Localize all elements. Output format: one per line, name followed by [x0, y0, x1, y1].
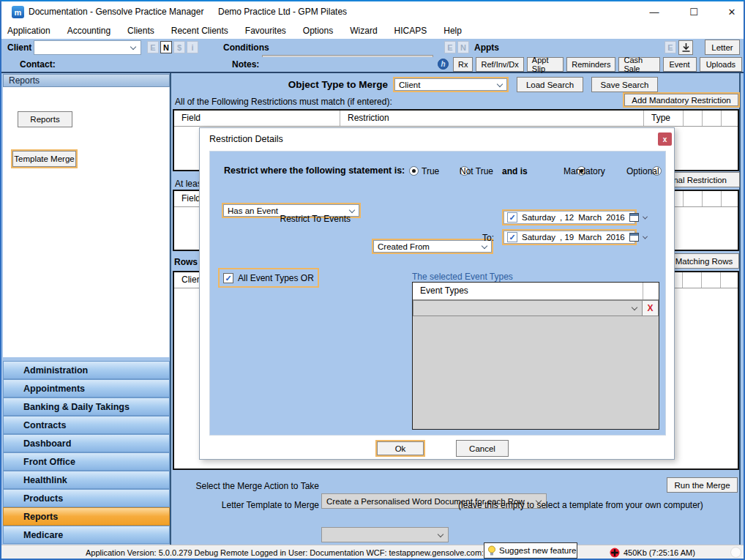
- event-types-header-spacer: [643, 283, 659, 299]
- notes-label: Notes:: [232, 59, 259, 70]
- download-icon: [682, 43, 690, 52]
- selected-event-types-label: The selected Event Types: [412, 272, 513, 282]
- minimize-button[interactable]: —: [643, 4, 666, 19]
- event-button[interactable]: Event: [663, 57, 697, 72]
- client-label: Client: [7, 42, 31, 53]
- uploads-button[interactable]: Uploads: [700, 57, 742, 72]
- sidebar-item-healthlink[interactable]: Healthlink: [3, 471, 170, 489]
- sidebar-item-dashboard[interactable]: Dashboard: [3, 434, 170, 452]
- radio-mandatory-label: Mandatory: [564, 166, 605, 176]
- date-to-picker[interactable]: ✓ Saturday , 19 March 2016: [502, 229, 637, 245]
- menu-recent-clients[interactable]: Recent Clients: [171, 26, 228, 36]
- network-status-icon: [610, 548, 620, 558]
- event-filter-combobox[interactable]: Created From: [372, 239, 493, 254]
- appts-email-button[interactable]: E: [664, 41, 676, 53]
- sidebar-item-products[interactable]: Products: [3, 489, 170, 507]
- column-header-type: Type: [643, 111, 683, 126]
- date-to-month: March: [578, 233, 602, 242]
- menu-hicaps[interactable]: HICAPS: [394, 26, 427, 36]
- sidebar-item-reports[interactable]: Reports: [3, 507, 170, 526]
- sidebar-item-contracts[interactable]: Contracts: [3, 416, 170, 434]
- restrict-to-events-label: Restrict To Events: [273, 214, 351, 224]
- sidebar-item-medicare[interactable]: Medicare: [3, 526, 170, 544]
- all-event-types-checkbox[interactable]: ✓: [223, 273, 233, 283]
- add-mandatory-restriction-button[interactable]: Add Mandatory Restriction: [623, 92, 740, 108]
- column-header-field: Field: [174, 111, 340, 126]
- column-header-restriction: Restriction: [340, 111, 643, 126]
- menu-help[interactable]: Help: [443, 26, 462, 36]
- conditions-email-button[interactable]: E: [444, 41, 456, 53]
- download-button[interactable]: [678, 40, 693, 55]
- calendar-icon[interactable]: [629, 213, 639, 222]
- date-to-year: 2016: [606, 233, 625, 242]
- date-from-checkbox[interactable]: ✓: [507, 212, 517, 223]
- client-info-button[interactable]: i: [187, 41, 198, 53]
- event-type-combobox[interactable]: [413, 300, 643, 316]
- hicaps-h-icon[interactable]: h: [438, 59, 449, 70]
- rx-button[interactable]: Rx: [453, 57, 473, 72]
- maximize-button[interactable]: ☐: [682, 4, 705, 19]
- date-from-picker[interactable]: ✓ Saturday , 12 March 2016: [502, 209, 637, 225]
- client-email-button[interactable]: E: [147, 41, 159, 53]
- load-search-button[interactable]: Load Search: [517, 77, 583, 92]
- letter-template-combobox[interactable]: [321, 527, 449, 542]
- sidebar-item-banking[interactable]: Banking & Daily Takings: [3, 397, 170, 416]
- save-search-button[interactable]: Save Search: [591, 77, 658, 92]
- template-merge-button[interactable]: Template Merge: [11, 149, 78, 168]
- status-usage: 450Kb (7:25:16 AM): [624, 548, 695, 557]
- radio-not-true-label: Not True: [460, 166, 493, 176]
- reminders-button[interactable]: Reminders: [566, 57, 615, 72]
- conditions-notes-button[interactable]: N: [457, 41, 469, 53]
- app-window: m Documentation - Gensolve Practice Mana…: [0, 0, 745, 560]
- object-type-combobox[interactable]: Client: [393, 77, 509, 92]
- sidebar-item-administration[interactable]: Administration: [3, 361, 170, 379]
- dialog-close-button[interactable]: x: [658, 132, 672, 146]
- letter-button[interactable]: Letter: [705, 40, 740, 55]
- client-combobox[interactable]: [34, 40, 141, 55]
- delete-event-type-button[interactable]: X: [643, 300, 659, 316]
- suggest-feature-button[interactable]: Suggest new feature: [484, 542, 577, 559]
- all-event-types-label: All Event Types OR: [238, 273, 314, 283]
- event-types-column-header: Event Types: [413, 283, 643, 299]
- menu-accounting[interactable]: Accounting: [67, 26, 111, 36]
- menu-application[interactable]: Application: [7, 26, 50, 36]
- menu-options[interactable]: Options: [303, 26, 333, 36]
- sidebar-item-appointments[interactable]: Appointments: [3, 379, 170, 397]
- client-notes-button[interactable]: N: [160, 41, 172, 53]
- sidebar-item-front-office[interactable]: Front Office: [3, 452, 170, 471]
- radio-true[interactable]: [409, 166, 419, 176]
- calendar-icon[interactable]: [629, 233, 639, 242]
- ok-button[interactable]: Ok: [375, 440, 425, 457]
- contact-label: Contact:: [20, 59, 56, 70]
- ref-inv-dx-button[interactable]: Ref/Inv/Dx: [476, 57, 523, 72]
- appts-label: Appts: [474, 42, 499, 53]
- letter-template-hint: (leave this empty to select a template f…: [458, 500, 703, 510]
- suggest-feature-label: Suggest new feature: [499, 546, 577, 555]
- cancel-button[interactable]: Cancel: [456, 440, 509, 457]
- reports-button[interactable]: Reports: [18, 111, 72, 127]
- run-the-merge-button[interactable]: Run the Merge: [667, 477, 738, 493]
- restriction-details-dialog: Restriction Details x Restrict where the…: [199, 127, 675, 460]
- appt-slip-button[interactable]: Appt Slip: [527, 57, 564, 72]
- all-event-types-group: ✓ All Event Types OR: [218, 268, 319, 288]
- date-from-month: March: [578, 213, 602, 222]
- chevron-down-icon: [632, 305, 637, 310]
- date-from-day: , 12: [560, 213, 574, 222]
- object-type-value: Client: [399, 81, 420, 89]
- lightbulb-icon: [487, 545, 496, 556]
- window-subtitle: Demo Practice Ltd - GPM Pilates: [218, 7, 347, 17]
- chevron-down-icon: [482, 242, 487, 248]
- field-value: Has an Event: [228, 206, 278, 215]
- event-types-table: Event Types X: [412, 282, 659, 430]
- statement-label: Restrict where the following statement i…: [224, 165, 405, 176]
- close-button[interactable]: ✕: [720, 4, 744, 19]
- menu-clients[interactable]: Clients: [127, 26, 154, 36]
- date-to-weekday: Saturday: [522, 233, 555, 242]
- chevron-down-icon: [438, 531, 443, 537]
- menu-wizard[interactable]: Wizard: [350, 26, 377, 36]
- status-info: Application Version: 5.0.0.279 Debug Rem…: [86, 548, 483, 557]
- cash-sale-button[interactable]: Cash Sale: [618, 57, 659, 72]
- date-to-checkbox[interactable]: ✓: [507, 232, 517, 242]
- menu-favourites[interactable]: Favourites: [245, 26, 286, 36]
- client-balance-button[interactable]: $: [173, 41, 185, 53]
